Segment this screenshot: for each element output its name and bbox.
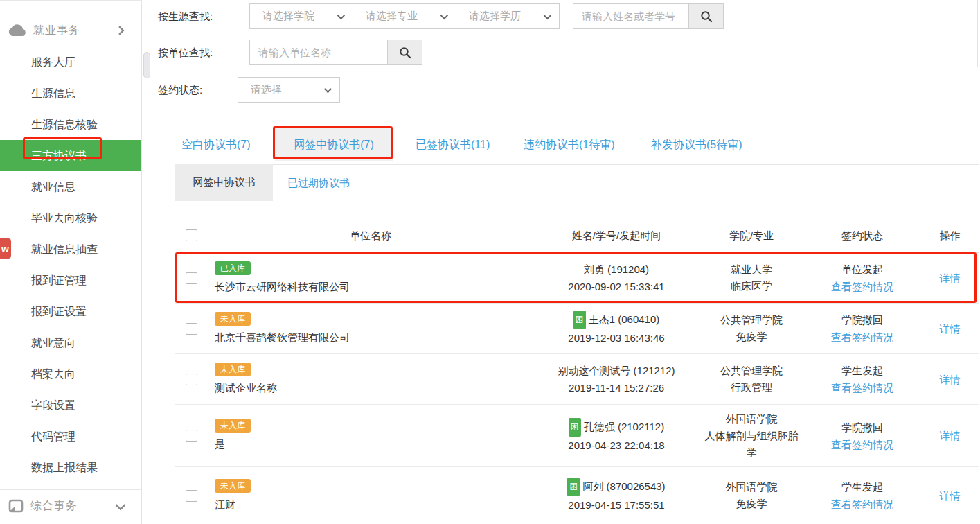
sidebar-item-archive-destination[interactable]: 档案去向 (0, 358, 141, 390)
hardship-badge: 困 (573, 311, 586, 329)
detail-link[interactable]: 详情 (940, 270, 961, 287)
major: 行政管理 (731, 379, 772, 396)
view-signing-link[interactable]: 查看签约情况 (831, 329, 893, 346)
table-row: 已入库 长沙市云研网络科技有限公司 刘勇 (191204) 2020-09-02… (175, 253, 979, 304)
major-select-value: 请选择专业 (366, 10, 440, 23)
sign-status-select-value: 请选择 (251, 83, 324, 96)
sidebar-group-general[interactable]: 综合事务 (0, 490, 141, 522)
company-name: 江财 (215, 496, 235, 513)
entry-status-badge: 未入库 (215, 479, 251, 493)
student-name: 刘勇 (191204) (584, 261, 649, 278)
search-icon (700, 10, 713, 23)
sidebar-item-employment-spotcheck[interactable]: 就业信息抽查 (0, 234, 141, 265)
table-row: 未入库 测试企业名称 别动这个测试号 (121212) 2019-11-14 1… (175, 354, 979, 405)
student-name: 孔德强 (2102112) (584, 421, 664, 433)
detail-link[interactable]: 详情 (940, 371, 961, 388)
company-name: 长沙市云研网络科技有限公司 (215, 278, 350, 295)
detail-link[interactable]: 详情 (940, 487, 961, 505)
company-name-input[interactable] (249, 40, 388, 65)
table-row: 未入库 北京千喜鹊餐饮管理有限公司 困王杰1 (060410) 2019-12-… (175, 304, 979, 354)
header-action: 操作 (921, 218, 979, 252)
student-name-input[interactable] (573, 3, 689, 29)
view-signing-link[interactable]: 查看签约情况 (831, 496, 893, 513)
initiate-time: 2019-04-15 17:55:51 (568, 496, 664, 514)
search-source-button[interactable] (688, 3, 724, 29)
sidebar-item-code-mgmt[interactable]: 代码管理 (0, 421, 141, 452)
sign-status-label: 签约状态: (158, 77, 202, 103)
sidebar-item-employment-intention[interactable]: 就业意向 (0, 327, 141, 358)
filter-by-company-label: 按单位查找: (158, 40, 213, 65)
search-icon (399, 46, 411, 59)
tab-blank-agreements[interactable]: 空白协议书(7) (181, 128, 251, 161)
tab-reissued-agreements[interactable]: 补发协议书(5待审) (651, 128, 742, 161)
sidebar-group-employment[interactable]: 就业事务 (0, 15, 141, 46)
chevron-down-icon (544, 11, 551, 19)
hardship-badge: 困 (567, 478, 580, 496)
chevron-right-icon (115, 26, 125, 35)
entry-status-badge: 未入库 (215, 419, 251, 433)
initiate-time: 2020-09-02 15:33:41 (568, 278, 664, 295)
major-select[interactable]: 请选择专业 (353, 3, 456, 29)
view-signing-link[interactable]: 查看签约情况 (831, 436, 893, 453)
header-college-major: 学院/专业 (700, 218, 803, 252)
sidebar-item-employment-info[interactable]: 就业信息 (0, 171, 141, 202)
agreements-table: 单位名称 姓名/学号/发起时间 学院/专业 签约状态 操作 已入库 长沙市云研网… (175, 218, 979, 524)
entry-status-badge: 未入库 (215, 363, 251, 376)
company-name: 是 (215, 435, 225, 453)
cloud-icon (8, 24, 26, 37)
college: 就业大学 (731, 261, 772, 278)
major: 人体解剖与组织胚胎学 (704, 428, 799, 461)
initiate-time: 2019-11-14 15:27:26 (569, 379, 664, 396)
detail-link[interactable]: 详情 (940, 320, 961, 338)
sidebar-item-source-info[interactable]: 生源信息 (0, 78, 141, 109)
student-name: 王杰1 (060410) (589, 313, 660, 325)
entry-status-badge: 未入库 (215, 312, 251, 326)
row-checkbox[interactable] (186, 374, 197, 385)
initiate-time: 2019-04-23 22:04:18 (568, 437, 664, 454)
sidebar-item-registration-card-mgmt[interactable]: 报到证管理 (0, 265, 141, 296)
sidebar-item-source-verify[interactable]: 生源信息核验 (0, 109, 141, 140)
detail-link[interactable]: 详情 (940, 427, 961, 444)
major: 临床医学 (731, 278, 772, 295)
row-checkbox[interactable] (186, 323, 197, 335)
sidebar-item-graduation-verify[interactable]: 毕业去向核验 (0, 202, 141, 234)
row-checkbox[interactable] (186, 490, 197, 502)
college-select[interactable]: 请选择学院 (249, 3, 353, 29)
sign-status-select[interactable]: 请选择 (238, 77, 340, 103)
sidebar-item-service-hall[interactable]: 服务大厅 (0, 46, 141, 78)
sidebar-item-field-settings[interactable]: 字段设置 (0, 390, 141, 421)
major: 免疫学 (736, 496, 767, 512)
header-company: 单位名称 (208, 218, 533, 252)
sidebar-item-data-report-result[interactable]: 数据上报结果 (0, 452, 141, 483)
row-checkbox[interactable] (186, 272, 197, 284)
sidebar-scrollbar-thumb[interactable] (143, 52, 150, 78)
select-all-checkbox[interactable] (186, 229, 197, 241)
header-sign-status: 签约状态 (803, 218, 921, 252)
sidebar-item-tripartite-agreement[interactable]: 三方协议书 (0, 140, 141, 171)
chevron-down-icon (324, 85, 332, 92)
tab-signed-agreements[interactable]: 已签协议书(11) (416, 128, 490, 161)
student-name: 阿列 (870026543) (582, 480, 665, 492)
sign-status: 学院撤回 (841, 419, 883, 436)
tab-breach-agreements[interactable]: 违约协议书(1待审) (524, 128, 615, 161)
table-header-row: 单位名称 姓名/学号/发起时间 学院/专业 签约状态 操作 (175, 218, 979, 253)
college: 外国语学院 (726, 479, 778, 496)
table-row: 未入库 江财 困阿列 (870026543) 2019-04-15 17:55:… (175, 467, 979, 524)
header-name-time: 姓名/学号/发起时间 (533, 218, 700, 252)
filter-by-source-label: 按生源查找: (158, 3, 213, 29)
college: 公共管理学院 (720, 312, 783, 329)
degree-select[interactable]: 请选择学历 (456, 3, 560, 29)
view-signing-link[interactable]: 查看签约情况 (831, 278, 893, 295)
search-company-button[interactable] (387, 40, 422, 65)
tab-online-signing-agreements[interactable]: 网签中协议书(7) (275, 128, 393, 161)
sidebar-group-label: 综合事务 (30, 499, 78, 514)
sign-status: 学院撤回 (841, 311, 883, 329)
subtab-expired[interactable]: 已过期协议书 (287, 164, 350, 201)
view-signing-link[interactable]: 查看签约情况 (831, 379, 893, 396)
subtab-online-signing[interactable]: 网签中协议书 (175, 164, 273, 201)
initiate-time: 2019-12-03 16:43:46 (568, 329, 664, 347)
chevron-down-icon (337, 11, 345, 19)
right-edge-divider (977, 0, 978, 67)
row-checkbox[interactable] (186, 430, 197, 442)
sidebar-item-registration-card-settings[interactable]: 报到证设置 (0, 296, 141, 327)
